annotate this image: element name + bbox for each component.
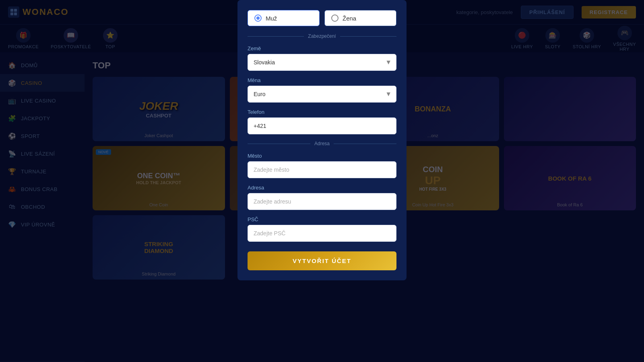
psc-input[interactable] (248, 225, 396, 242)
modal-overlay: Muž Žena Zabezpečení Země Slovakia Czech… (0, 0, 644, 362)
zabezpeceni-label: Zabezpečení (308, 33, 336, 39)
gender-muz[interactable]: Muž (248, 10, 320, 26)
zeme-select[interactable]: Slovakia Czech Republic Poland Austria (248, 54, 396, 71)
field-group-psc: PSČ (248, 216, 396, 242)
gender-zena-label: Žena (343, 15, 356, 22)
field-group-telefon: Telefon (248, 109, 396, 134)
adresa-label: Adresa (248, 185, 396, 191)
adresa-divider: Adresa (248, 141, 396, 146)
gender-row: Muž Žena (248, 10, 396, 26)
field-group-zeme: Země Slovakia Czech Republic Poland Aust… (248, 45, 396, 71)
divider-line-adresa-left (248, 144, 310, 144)
radio-inner-muz (256, 16, 260, 20)
radio-zena (331, 14, 339, 22)
gender-muz-label: Muž (266, 15, 277, 22)
zeme-label: Země (248, 45, 396, 51)
adresa-section-label: Adresa (314, 141, 330, 146)
divider-line-left (248, 36, 304, 37)
gender-zena[interactable]: Žena (324, 10, 396, 26)
registration-modal: Muž Žena Zabezpečení Země Slovakia Czech… (237, 0, 407, 280)
mesto-input[interactable] (248, 161, 396, 178)
psc-label: PSČ (248, 216, 396, 222)
zabezpeceni-divider: Zabezpečení (248, 33, 396, 39)
telefon-input[interactable] (248, 117, 396, 134)
field-group-mesto: Město (248, 153, 396, 178)
mena-select[interactable]: Euro CZK USD PLN (248, 86, 396, 103)
submit-button[interactable]: VYTVOŘIT ÚČET (248, 251, 396, 270)
zeme-select-wrapper: Slovakia Czech Republic Poland Austria ▼ (248, 54, 396, 71)
mena-select-wrapper: Euro CZK USD PLN ▼ (248, 86, 396, 103)
field-group-mena: Měna Euro CZK USD PLN ▼ (248, 77, 396, 103)
adresa-input[interactable] (248, 193, 396, 210)
divider-line-right (340, 36, 396, 37)
radio-muz (254, 14, 262, 22)
telefon-label: Telefon (248, 109, 396, 115)
mesto-label: Město (248, 153, 396, 159)
divider-line-adresa-right (334, 144, 396, 144)
mena-label: Měna (248, 77, 396, 83)
field-group-adresa: Adresa (248, 185, 396, 210)
